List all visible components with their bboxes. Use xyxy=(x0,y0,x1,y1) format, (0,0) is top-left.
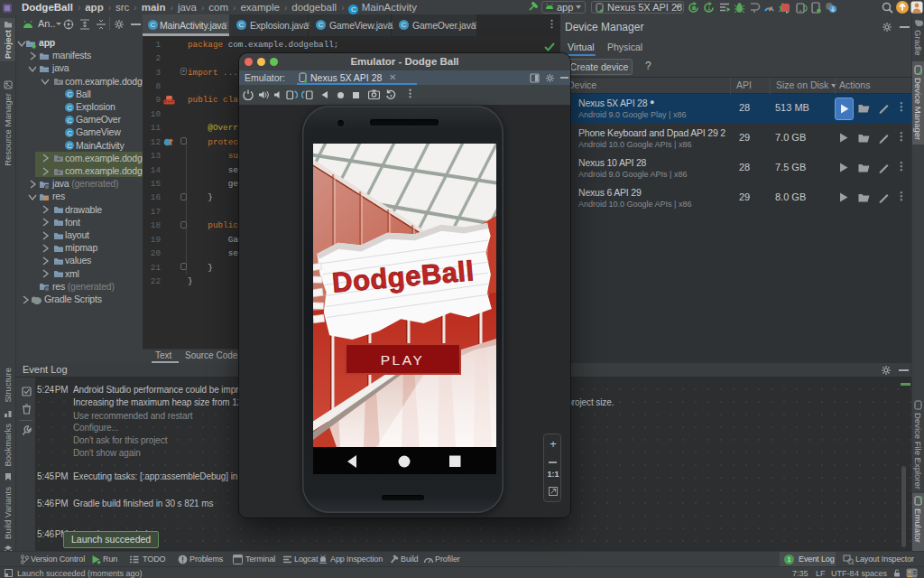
svg-text:PLAY: PLAY xyxy=(381,352,425,368)
